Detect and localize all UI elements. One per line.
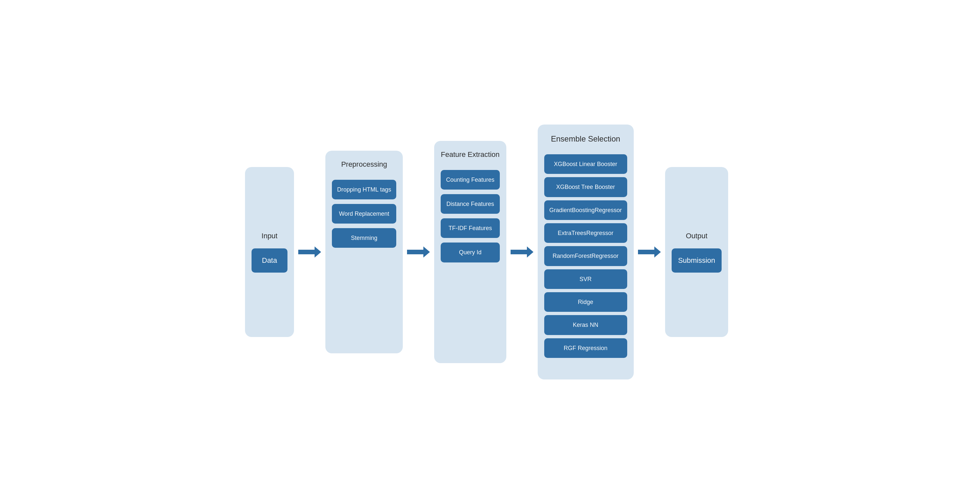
distance-features-box: Distance Features [441,194,500,214]
preprocessing-title: Preprocessing [341,160,387,169]
ensemble-column: Ensemble Selection XGBoost Linear Booste… [538,124,634,380]
feature-title: Feature Extraction [441,150,500,159]
rgf-regression-box: RGF Regression [544,338,627,358]
svg-marker-3 [638,246,661,258]
arrow-3 [509,244,535,260]
tfidf-features-box: TF-IDF Features [441,219,500,238]
feature-column: Feature Extraction Counting Features Dis… [434,141,506,363]
preprocessing-boxes: Dropping HTML tags Word Replacement Stem… [332,180,396,248]
ensemble-boxes: XGBoost Linear Booster XGBoost Tree Boos… [544,154,627,358]
svg-marker-2 [511,246,533,258]
feature-boxes: Counting Features Distance Features TF-I… [441,170,500,262]
submission-box: Submission [671,249,722,273]
query-id-box: Query Id [441,242,500,262]
dropping-html-box: Dropping HTML tags [332,180,396,199]
stemming-box: Stemming [332,228,396,248]
output-column: Output Submission [665,167,729,337]
output-title: Output [686,231,707,241]
ridge-box: Ridge [544,292,627,312]
arrow-1 [297,244,323,260]
input-column: Input Data [245,167,294,337]
ensemble-title: Ensemble Selection [551,134,620,144]
pipeline-diagram: Input Data Preprocessing Dropping HTML t… [245,124,735,380]
preprocessing-column: Preprocessing Dropping HTML tags Word Re… [325,151,403,353]
counting-features-box: Counting Features [441,170,500,190]
arrow-2 [406,244,431,260]
xgboost-tree-box: XGBoost Tree Booster [544,177,627,197]
xgboost-linear-box: XGBoost Linear Booster [544,154,627,174]
input-data-box: Data [251,249,288,273]
input-title: Input [262,231,278,241]
extra-trees-box: ExtraTreesRegressor [544,223,627,243]
gradient-boosting-box: GradientBoostingRegressor [544,200,627,220]
svg-marker-0 [298,246,321,258]
keras-nn-box: Keras NN [544,315,627,335]
word-replacement-box: Word Replacement [332,204,396,223]
svr-box: SVR [544,270,627,289]
arrow-4 [636,244,662,260]
random-forest-box: RandomForestRegressor [544,246,627,266]
svg-marker-1 [407,246,430,258]
